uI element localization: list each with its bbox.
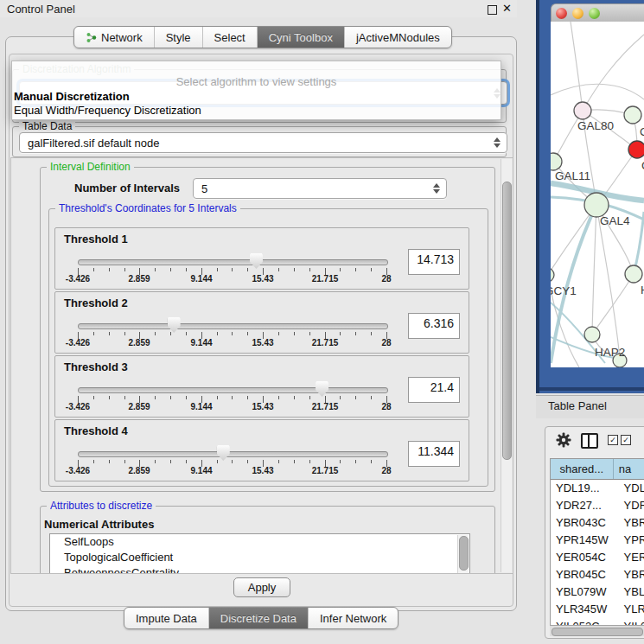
cell[interactable]: YDR27...: [551, 497, 619, 514]
table-row[interactable]: YER054C YER0: [551, 549, 644, 566]
tab-infer-network[interactable]: Infer Network: [309, 608, 398, 628]
cell[interactable]: YBR0: [619, 514, 644, 532]
numerical-attributes-list[interactable]: SelfLoops TopologicalCoefficient Between…: [49, 533, 470, 574]
threshold-4-slider[interactable]: [78, 451, 388, 457]
tab-label: Network: [101, 31, 143, 44]
threshold-2-value-field[interactable]: 6.316: [408, 313, 460, 339]
threshold-4-value-field[interactable]: 11.344: [408, 441, 460, 467]
tab-network[interactable]: Network: [74, 27, 155, 48]
node-gcy1[interactable]: [551, 268, 554, 282]
menu-item-equal-width-frequency[interactable]: Equal Width/Frequency Discretization: [14, 104, 201, 117]
node-gal2[interactable]: [624, 106, 641, 124]
slider-thumb[interactable]: [168, 317, 181, 333]
list-item[interactable]: TopologicalCoefficient: [50, 550, 469, 565]
minimize-traffic-light-icon[interactable]: [572, 8, 583, 19]
tab-jactivemnodules[interactable]: jActiveMNodules: [345, 27, 451, 48]
threshold-3-value-field[interactable]: 21.4: [408, 377, 460, 403]
table-row[interactable]: YBL079W YBL0: [551, 583, 644, 601]
tick-label: 2.859: [128, 274, 150, 284]
slider-thumb[interactable]: [217, 445, 230, 461]
split-columns-icon[interactable]: [581, 433, 598, 449]
table-data-combobox[interactable]: galFiltered.sif default node: [19, 132, 507, 153]
menu-item-manual-discretization[interactable]: Manual Discretization: [14, 90, 130, 103]
threshold-label: Threshold 4: [64, 424, 128, 437]
table-horizontal-scrollbar[interactable]: [550, 625, 644, 636]
cell[interactable]: YDL1: [619, 480, 644, 497]
tick-label: 2.859: [128, 466, 150, 475]
threshold-1-value-field[interactable]: 14.713: [408, 249, 460, 275]
cell[interactable]: YDR2: [619, 497, 644, 514]
close-icon[interactable]: ✕: [502, 2, 512, 15]
threshold-3-slider[interactable]: [78, 387, 388, 393]
float-window-icon[interactable]: [488, 5, 497, 15]
apply-button[interactable]: Apply: [233, 577, 290, 597]
node-gal80[interactable]: [574, 102, 591, 119]
combo-value: 5: [201, 182, 207, 195]
threshold-label: Threshold 1: [64, 233, 128, 245]
threshold-1-slider[interactable]: [78, 259, 388, 265]
checkbox-checked-icon[interactable]: [621, 435, 631, 445]
close-traffic-light-icon[interactable]: [556, 8, 567, 19]
group-title: Interval Definition: [47, 161, 134, 173]
tick-label: 21.715: [312, 274, 339, 284]
node-label: GAL4: [600, 214, 630, 227]
table-row[interactable]: YPR145W YPR1: [551, 532, 644, 549]
tick-label: -3.426: [66, 466, 90, 475]
slider-thumb[interactable]: [316, 381, 328, 397]
table-row[interactable]: YBR045C YBR0: [551, 566, 644, 583]
list-scrollbar[interactable]: [457, 535, 469, 574]
table-settings-gear-icon[interactable]: [556, 432, 571, 448]
network-window-titlebar[interactable]: [551, 3, 644, 23]
node-hap2[interactable]: [584, 327, 600, 342]
slider-thumb[interactable]: [250, 253, 263, 269]
cell[interactable]: YBR043C: [551, 514, 619, 532]
cell[interactable]: YBR0: [619, 566, 644, 583]
tick-label: 15.43: [252, 274, 273, 284]
table-row[interactable]: YBR043C YBR0: [551, 514, 644, 532]
node-h[interactable]: [625, 265, 642, 283]
tab-discretize-data[interactable]: Discretize Data: [209, 608, 309, 628]
threshold-3-panel: Threshold 3 -3.426 2.859 9.144 15.43 21.…: [54, 355, 469, 418]
node-gal11[interactable]: [551, 153, 562, 170]
tab-cyni-toolbox[interactable]: Cyni Toolbox: [258, 27, 345, 48]
node-attribute-table[interactable]: shared... na YDL19... YDL1 YDR27... YDR2…: [550, 458, 644, 627]
tab-style[interactable]: Style: [155, 27, 203, 48]
tick-label: -3.426: [66, 338, 90, 348]
cell[interactable]: YLR345W: [551, 601, 619, 618]
list-item[interactable]: BetweennessCentrality: [50, 565, 469, 574]
checkbox-checked-icon[interactable]: [608, 435, 618, 445]
table-row[interactable]: YDL19... YDL1: [551, 480, 644, 497]
node-gal4[interactable]: [584, 193, 609, 217]
column-header-shared[interactable]: shared...: [551, 459, 614, 479]
cell[interactable]: YBL0: [619, 583, 644, 601]
cell[interactable]: YER0: [619, 549, 644, 566]
zoom-traffic-light-icon[interactable]: [589, 8, 600, 19]
cell[interactable]: YBR045C: [551, 566, 619, 583]
settings-vertical-scrollbar[interactable]: [501, 159, 512, 572]
cell[interactable]: YDL19...: [551, 480, 619, 497]
cell[interactable]: YER054C: [551, 549, 619, 566]
node-label: GAL80: [577, 119, 614, 132]
cell[interactable]: YLR3: [619, 601, 644, 618]
threshold-2-slider[interactable]: [78, 323, 388, 329]
number-of-intervals-combobox[interactable]: 5: [193, 178, 447, 199]
network-graph: GAL80 GA C GAL11 GAL4 GCY1 H HAP2: [551, 22, 644, 367]
list-item[interactable]: SelfLoops: [50, 534, 469, 550]
column-header-name[interactable]: na: [614, 459, 644, 479]
group-title: Attributes to discretize: [47, 500, 156, 512]
tick-label: 2.859: [128, 402, 150, 411]
tick-label: 9.144: [190, 274, 212, 284]
node-red-selected[interactable]: [628, 141, 644, 158]
cell[interactable]: YBL079W: [551, 583, 619, 601]
tab-impute-data[interactable]: Impute Data: [124, 608, 209, 628]
cell[interactable]: YPR1: [619, 532, 644, 549]
table-row[interactable]: YLR345W YLR3: [551, 601, 644, 618]
tick-label: 15.43: [252, 402, 273, 411]
table-row[interactable]: YDR27... YDR2: [551, 497, 644, 514]
tab-select[interactable]: Select: [203, 27, 258, 48]
network-canvas[interactable]: GAL80 GA C GAL11 GAL4 GCY1 H HAP2: [551, 22, 644, 367]
tab-label: Select: [214, 31, 245, 44]
column-checkbox-icons[interactable]: [608, 435, 631, 445]
tab-label: Impute Data: [136, 612, 197, 625]
cell[interactable]: YPR145W: [551, 532, 619, 549]
